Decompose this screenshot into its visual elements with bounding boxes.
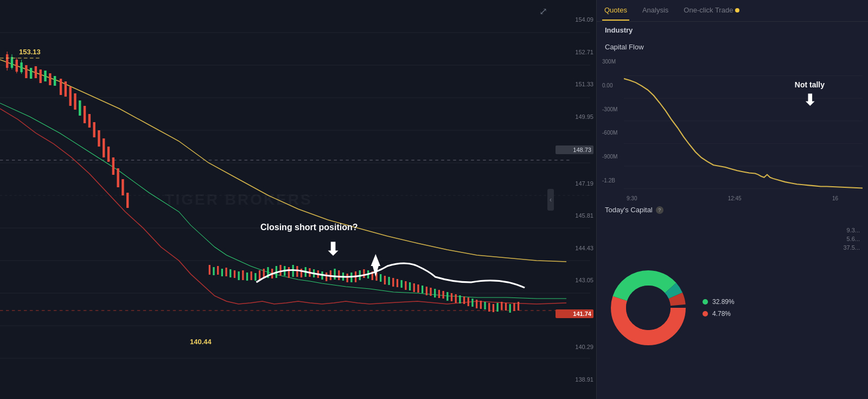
donut-chart xyxy=(605,264,692,351)
svg-rect-54 xyxy=(254,273,256,281)
collapse-icon: ‹ xyxy=(550,196,552,204)
svg-rect-42 xyxy=(126,193,129,208)
svg-rect-27 xyxy=(54,76,56,86)
svg-rect-87 xyxy=(392,278,394,287)
donut-legend: 32.89% 4.78% xyxy=(703,298,735,318)
legend-item-red: 4.78% xyxy=(703,310,735,318)
donut-area: 32.89% 4.78% 9.3... 5.6... 37.5... xyxy=(597,216,868,399)
price-label: 140.29 xyxy=(556,344,593,350)
flow-y-label: -600M xyxy=(602,130,617,136)
svg-point-130 xyxy=(626,286,671,330)
svg-rect-73 xyxy=(334,269,335,280)
svg-rect-80 xyxy=(363,269,365,278)
legend-pct-red: 4.78% xyxy=(712,310,731,318)
expand-icon[interactable]: ⤢ xyxy=(539,5,547,17)
svg-rect-35 xyxy=(93,122,95,137)
todays-capital-title: Today's Capital xyxy=(605,206,653,214)
svg-rect-55 xyxy=(259,270,260,280)
svg-rect-99 xyxy=(442,291,444,299)
right-number-3: 37.5... xyxy=(843,244,860,251)
flow-x-label-end: 16 xyxy=(832,195,838,201)
chart-area: ⤢ TIGER BROKERS xyxy=(0,0,597,399)
svg-rect-52 xyxy=(246,273,248,281)
price-label: 138.91 xyxy=(556,376,593,383)
svg-rect-49 xyxy=(234,270,235,278)
svg-rect-45 xyxy=(217,266,219,275)
flow-y-label: -300M xyxy=(602,106,617,112)
price-label: 145.81 xyxy=(556,212,593,219)
flow-x-labels: 9:30 12:45 16 xyxy=(597,194,868,201)
svg-rect-84 xyxy=(380,274,381,282)
price-label: 149.95 xyxy=(556,113,593,120)
tab-one-click-trade[interactable]: One-click Trade xyxy=(681,1,742,21)
price-label: 147.19 xyxy=(556,180,593,187)
svg-rect-23 xyxy=(35,66,37,78)
svg-rect-103 xyxy=(459,295,461,303)
svg-rect-94 xyxy=(422,286,423,293)
svg-rect-28 xyxy=(60,79,62,95)
svg-rect-41 xyxy=(122,179,124,195)
svg-rect-29 xyxy=(65,81,67,97)
chart-canvas: ⤢ TIGER BROKERS xyxy=(0,0,596,399)
svg-rect-95 xyxy=(426,287,427,295)
price-label: 154.09 xyxy=(556,16,593,23)
yellow-label-high: 153.13 xyxy=(19,48,41,56)
svg-rect-31 xyxy=(74,93,76,110)
svg-rect-40 xyxy=(117,168,119,187)
yellow-label-low: 140.44 xyxy=(190,338,212,346)
tabs-bar: Quotes Analysis One-click Trade xyxy=(597,0,868,22)
flow-y-label: 300M xyxy=(602,59,617,65)
svg-rect-53 xyxy=(251,271,252,280)
flow-y-label: -1.2B xyxy=(602,178,617,183)
svg-rect-89 xyxy=(401,280,403,288)
svg-rect-48 xyxy=(229,269,231,277)
svg-rect-115 xyxy=(509,304,511,313)
svg-rect-116 xyxy=(513,303,515,311)
flow-chart-svg xyxy=(624,53,863,194)
price-axis: 154.09 152.71 151.33 149.95 148.73 147.1… xyxy=(553,0,596,399)
legend-pct-green: 32.89% xyxy=(712,298,735,306)
svg-rect-106 xyxy=(471,299,473,307)
chart-svg xyxy=(0,0,596,399)
help-icon[interactable]: ? xyxy=(656,206,663,214)
svg-rect-60 xyxy=(279,265,281,276)
price-label-red: 141.74 xyxy=(556,309,593,318)
svg-rect-105 xyxy=(468,297,469,306)
flow-chart-area: 300M 0.00 -300M -600M -900M -1.2B Not ta… xyxy=(597,53,868,194)
flow-x-label-start: 9:30 xyxy=(627,195,637,201)
flow-y-label: 0.00 xyxy=(602,83,617,88)
todays-capital-section: Today's Capital ? xyxy=(597,201,868,216)
svg-rect-24 xyxy=(40,69,42,83)
flow-x-label-mid: 12:45 xyxy=(728,195,742,201)
svg-rect-38 xyxy=(107,147,110,162)
svg-rect-50 xyxy=(238,271,240,280)
svg-rect-51 xyxy=(242,270,244,280)
price-label: 152.71 xyxy=(556,49,593,55)
sub-header: Industry xyxy=(597,22,868,39)
price-label: 143.05 xyxy=(556,277,593,283)
legend-dot-green xyxy=(703,299,708,305)
svg-rect-46 xyxy=(221,269,223,276)
flow-y-labels: 300M 0.00 -300M -600M -900M -1.2B xyxy=(602,59,617,183)
svg-rect-76 xyxy=(347,274,348,282)
svg-rect-110 xyxy=(488,303,490,312)
svg-rect-109 xyxy=(484,302,486,309)
svg-rect-44 xyxy=(213,267,214,275)
price-label-current: 148.73 xyxy=(556,145,593,154)
svg-rect-104 xyxy=(463,296,465,304)
svg-rect-100 xyxy=(446,292,448,301)
svg-rect-117 xyxy=(518,302,519,311)
right-panel: Quotes Analysis One-click Trade Industry… xyxy=(597,0,868,399)
tab-analysis[interactable]: Analysis xyxy=(640,1,671,21)
svg-rect-98 xyxy=(438,290,440,298)
svg-rect-113 xyxy=(501,302,502,310)
svg-rect-71 xyxy=(326,273,327,281)
svg-rect-102 xyxy=(455,294,457,303)
svg-rect-21 xyxy=(25,65,27,78)
svg-rect-62 xyxy=(288,267,290,278)
svg-rect-26 xyxy=(49,73,51,85)
toggle-dot-icon xyxy=(735,8,739,12)
tab-quotes[interactable]: Quotes xyxy=(602,1,629,21)
legend-dot-red xyxy=(703,311,708,316)
collapse-handle[interactable]: ‹ xyxy=(547,189,554,211)
